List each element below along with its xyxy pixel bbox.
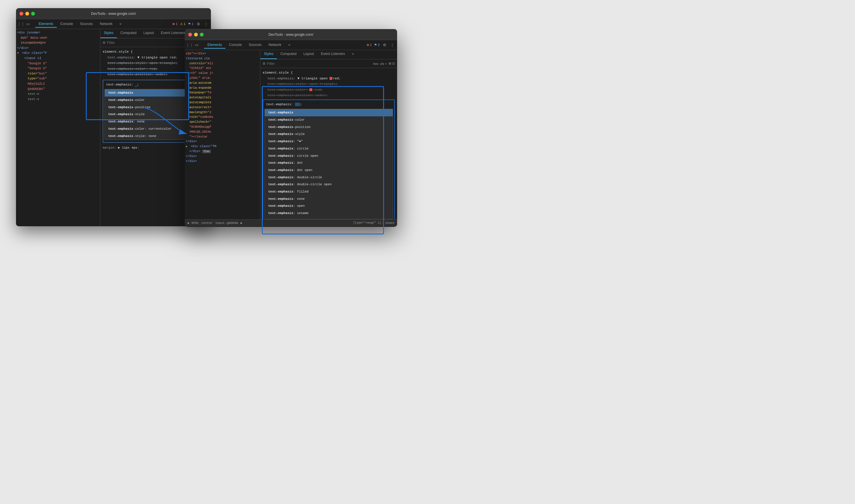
autocomplete-item-2[interactable]: text-emphasis: double-circle	[265, 174, 393, 181]
styles-panel-2: Styles Computed Layout Event Listeners »…	[260, 50, 397, 219]
autocomplete-item-2[interactable]: text-emphasis: "●"	[265, 138, 393, 145]
tab-bar-1: Elements Console Sources Network »	[35, 21, 167, 28]
css-rule-line: text-emphasis-color: red;	[263, 87, 395, 93]
elem-line: <input cl	[17, 56, 99, 61]
tab-sources-1[interactable]: Sources	[76, 21, 96, 28]
css-rule-line: text-emphasis: ▼ triangle open red;	[263, 76, 395, 82]
elem-line-2: </div> flex	[186, 149, 259, 154]
elem-line-2: role="combobo	[186, 114, 259, 120]
status-selector-2[interactable]: input.gNO89b	[215, 221, 238, 225]
close-button-1[interactable]	[19, 12, 23, 15]
tab-network-1[interactable]: Network	[96, 21, 116, 28]
autocomplete-item-2[interactable]: text-emphasis: circle	[265, 145, 393, 152]
toolbar-icons-2: ⋮⋮ ▭	[187, 42, 199, 48]
autocomplete-item-2[interactable]: text-emphasis: circle open	[265, 152, 393, 160]
autocomplete-item-2[interactable]: text-emphasis: sesame	[265, 210, 393, 217]
styles-content-2: element.style { text-emphasis: ▼ triangl…	[260, 68, 397, 219]
styles-subtab-events-1[interactable]: Event Listeners	[157, 29, 189, 38]
error-count-2: ⊗ 1	[367, 43, 372, 47]
styles-subtab-computed-2[interactable]: Computed	[277, 50, 300, 59]
autocomplete-item-2[interactable]: text-emphasis: filled	[265, 188, 393, 195]
elem-line: text-e	[17, 92, 99, 97]
styles-subtab-styles-1[interactable]: Styles	[100, 29, 117, 38]
autocomplete-item-2[interactable]: text-emphasis: open	[265, 202, 393, 210]
tab-console-2[interactable]: Console	[226, 41, 245, 49]
autocomplete-list-2: text-emphasis text-emphasis-color text-e…	[264, 109, 393, 219]
devtools-content-2: cQv"></div> <textarea cla controls="All …	[185, 50, 397, 219]
autocomplete-item-2[interactable]: text-emphasis	[265, 109, 393, 116]
breadcrumb-arrow-right-2[interactable]: ▶	[241, 221, 243, 225]
styles-subtab-layout-2[interactable]: Layout	[300, 50, 317, 59]
settings-icon-2[interactable]: ⚙	[382, 42, 387, 48]
elem-line: type="sub"	[17, 76, 99, 82]
maximize-button-1[interactable]	[31, 12, 35, 15]
elem-line: 8pb" data-ved=	[17, 35, 99, 41]
filter-input-2[interactable]	[267, 62, 371, 66]
elem-line: IAxUqWUEAHQU4	[17, 40, 99, 46]
traffic-lights-1	[19, 12, 35, 15]
autocomplete-item-2[interactable]: text-emphasis-position	[265, 124, 393, 131]
autocomplete-item-2[interactable]: text-emphasis: none	[265, 195, 393, 203]
autocomplete-item-2[interactable]: text-emphasis: sesame open	[265, 217, 393, 219]
inspect-icon-2[interactable]: ▭	[194, 42, 199, 48]
elem-line-2: maxlength="2	[186, 110, 259, 115]
elem-line-2: ▶ <div class="fM	[186, 144, 259, 149]
elem-line: <div jsnome=	[17, 30, 99, 35]
window-title-1: DevTools - www.google.com/	[91, 12, 136, 16]
filter-input-1[interactable]	[107, 41, 192, 45]
tab-network-2[interactable]: Network	[265, 41, 285, 49]
status-center-2[interactable]: center	[201, 221, 213, 225]
tab-console-1[interactable]: Console	[57, 21, 76, 28]
minimize-button-1[interactable]	[25, 12, 29, 15]
cursor-icon[interactable]: ⋮⋮	[18, 21, 23, 27]
tab-sources-2[interactable]: Sources	[245, 41, 265, 49]
autocomplete-item-2[interactable]: text-emphasis: double-circle open	[265, 181, 393, 188]
maximize-button-2[interactable]	[200, 33, 203, 36]
elem-line: ▼ <div class="F	[17, 51, 99, 56]
cursor-icon-2[interactable]: ⋮⋮	[187, 42, 192, 48]
tab-more-2[interactable]: »	[285, 41, 294, 49]
autocomplete-item-2[interactable]: text-emphasis-color	[265, 116, 393, 124]
more-icon-1[interactable]: ⋮	[203, 21, 209, 27]
status-9fbc-2[interactable]: 9FBc	[192, 221, 199, 225]
styles-subtab-styles-2[interactable]: Styles	[260, 50, 277, 59]
devtools-window-2: DevTools - www.google.com/ ⋮⋮ ▭ Elements…	[185, 29, 397, 227]
minimize-button-2[interactable]	[194, 33, 198, 36]
css-rule-selector-2: element.style {	[263, 70, 395, 76]
elem-line-2: </div>	[186, 159, 259, 164]
filter-hov-cls-2: :hov .cls +	[372, 62, 387, 66]
filter-icon-1: ⊟	[103, 41, 105, 44]
autocomplete-item-2[interactable]: text-emphasis-style	[265, 130, 393, 138]
elem-line-2: autocapitali	[186, 95, 259, 100]
styles-subtab-layout-1[interactable]: Layout	[140, 29, 157, 38]
elem-line-2: aria-autocom	[186, 80, 259, 86]
styles-subtab-events-2[interactable]: Event Listeners	[317, 50, 349, 59]
info-count-1: ⚑ 1	[188, 22, 194, 26]
elem-line: "Google S"	[17, 66, 99, 71]
elem-line: </div>	[17, 46, 99, 51]
styles-subtab-more-2[interactable]: »	[349, 50, 358, 59]
elem-line-2: spellcheck="	[186, 120, 259, 125]
more-icon-2[interactable]: ⋮	[390, 42, 395, 48]
css-rule-line: text-emphasis-style: open triangle;	[263, 81, 395, 87]
settings-icon-1[interactable]: ⚙	[196, 21, 201, 27]
toolbar-right-1: ⊗ 1 ⚠ 1 ⚑ 1 ⚙ ⋮	[172, 21, 209, 27]
elem-line-2: "></textar	[186, 134, 259, 139]
inspect-icon[interactable]: ▭	[25, 21, 31, 27]
styles-subtab-computed-1[interactable]: Computed	[117, 29, 140, 38]
elem-line-2: controls="All	[186, 61, 259, 66]
traffic-lights-2	[188, 33, 203, 36]
elem-line: role="but"	[17, 71, 99, 76]
tab-bar-2: Elements Console Sources Network »	[204, 41, 362, 49]
elements-panel-2: cQv"></div> <textarea cla controls="All …	[185, 50, 260, 219]
tab-elements-1[interactable]: Elements	[35, 21, 57, 28]
close-button-2[interactable]	[188, 33, 192, 36]
titlebar-2: DevTools - www.google.com/	[185, 29, 397, 40]
elem-line: KEwjS1ZLI	[17, 82, 99, 87]
autocomplete-input-2: text-emphasis: ;	[264, 101, 393, 108]
autocomplete-item-2[interactable]: text-emphasis: dot open	[265, 167, 393, 174]
autocomplete-item-2[interactable]: text-emphasis: dot	[265, 159, 393, 167]
tab-more-1[interactable]: »	[116, 21, 125, 28]
tab-elements-2[interactable]: Elements	[204, 41, 226, 49]
breadcrumb-arrow-left-2[interactable]: ◀	[187, 221, 189, 225]
